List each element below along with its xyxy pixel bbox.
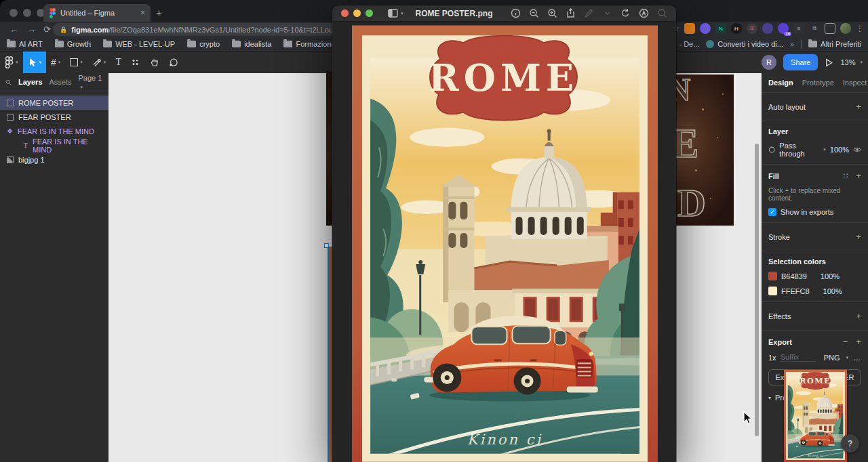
layer-row-rome-poster[interactable]: ROME POSTER: [0, 96, 108, 110]
bookmark-growth[interactable]: Growth: [55, 40, 91, 48]
forward-icon[interactable]: →: [27, 22, 36, 37]
layer-row-fear-text[interactable]: T FEAR IS IN THE MIND: [0, 138, 108, 152]
zoom-preview-icon[interactable]: [366, 9, 373, 17]
sidebar-toggle-icon[interactable]: [388, 8, 399, 19]
tab-assets[interactable]: Assets: [50, 78, 72, 86]
add-auto-layout-button[interactable]: +: [856, 102, 861, 112]
layer-row-fear-poster[interactable]: FEAR POSTER: [0, 110, 108, 124]
bookmark-web-level-up[interactable]: WEB - LEVEL-UP: [103, 40, 175, 48]
bookmark-altri-preferiti[interactable]: Altri Preferiti: [808, 40, 861, 48]
zoom-in-icon[interactable]: [547, 8, 557, 19]
share-button[interactable]: Share: [783, 54, 818, 70]
zoom-out-icon[interactable]: [528, 8, 539, 19]
help-button[interactable]: ?: [841, 434, 859, 453]
selection-color-row[interactable]: FFEFC8 100%: [768, 287, 861, 295]
markup-chevron-icon[interactable]: [601, 8, 612, 19]
tab-prototype[interactable]: Prototype: [802, 79, 834, 87]
search-icon[interactable]: [5, 79, 12, 86]
color-hex[interactable]: B64839: [781, 272, 807, 280]
preview-window[interactable]: ▾ ROME POSTER.png: [332, 5, 676, 462]
layer-row-bigjpg[interactable]: bigjpg 1: [0, 152, 108, 167]
search-icon[interactable]: [656, 8, 667, 19]
side-panel-icon[interactable]: [825, 23, 835, 34]
badge-extension-icon[interactable]: 18: [778, 23, 789, 34]
color-hex[interactable]: FFEFC8: [781, 287, 810, 295]
browser-menu-icon[interactable]: ⋮: [856, 24, 864, 33]
resources-tool[interactable]: [126, 51, 145, 73]
fill-styles-icon[interactable]: ∷: [843, 171, 848, 180]
user-avatar[interactable]: R: [762, 55, 776, 70]
bookmarks-overflow-icon[interactable]: »: [790, 40, 794, 48]
stripes-extension-icon[interactable]: ≡: [793, 23, 804, 34]
add-effect-button[interactable]: +: [856, 311, 861, 321]
teal-n-extension-icon[interactable]: N: [715, 23, 726, 34]
new-tab-button[interactable]: +: [156, 7, 162, 18]
browser-tab[interactable]: Untitled – Figma ×: [43, 4, 151, 22]
move-tool[interactable]: ▾: [23, 51, 47, 73]
text-tool[interactable]: T: [111, 51, 126, 73]
indigo-extension-icon[interactable]: [762, 23, 773, 34]
h-extension-icon[interactable]: H: [731, 23, 742, 34]
tab-design[interactable]: Design: [768, 79, 793, 87]
selection-handle[interactable]: [324, 243, 329, 248]
zoom-control[interactable]: 13%▾: [840, 58, 863, 66]
shape-tool[interactable]: ▾: [65, 51, 87, 73]
bookmark-crypto[interactable]: crypto: [187, 40, 220, 48]
preview-titlebar[interactable]: ▾ ROME POSTER.png: [332, 5, 676, 22]
window-controls[interactable]: [9, 9, 45, 17]
key-extension-icon[interactable]: ⚿: [747, 23, 757, 34]
selection-color-row[interactable]: B64839 100%: [768, 272, 861, 280]
export-format-select[interactable]: PNG: [824, 354, 840, 362]
minimize-preview-icon[interactable]: [353, 9, 361, 17]
info-icon[interactable]: [510, 8, 521, 19]
add-fill-button[interactable]: +: [856, 171, 861, 181]
back-icon[interactable]: ←: [9, 22, 18, 37]
add-export-button[interactable]: +: [856, 337, 861, 347]
bookmark-idealista[interactable]: idealista: [232, 40, 271, 48]
tab-close-icon[interactable]: ×: [140, 8, 145, 18]
profile-avatar[interactable]: [840, 23, 851, 34]
remove-export-button[interactable]: −: [843, 337, 848, 347]
color-opacity[interactable]: 100%: [821, 272, 840, 280]
add-stroke-button[interactable]: +: [856, 232, 861, 242]
export-scale[interactable]: 1x: [768, 354, 776, 362]
markup-pencil-icon[interactable]: [583, 8, 594, 19]
visibility-eye-icon[interactable]: [853, 146, 861, 153]
blend-mode-select[interactable]: Pass through: [779, 142, 817, 158]
color-swatch-b64839[interactable]: [768, 272, 777, 280]
reload-icon[interactable]: ⟳: [43, 22, 51, 37]
tab-inspect[interactable]: Inspect: [843, 79, 867, 87]
color-opacity[interactable]: 100%: [823, 287, 842, 295]
bookmark-formazione[interactable]: Formazione: [283, 40, 335, 48]
puzzle-extensions-icon[interactable]: ⧉: [809, 23, 820, 34]
layer-opacity[interactable]: 100%: [830, 146, 849, 154]
present-icon[interactable]: [825, 58, 833, 67]
purple-extension-icon[interactable]: [700, 23, 711, 34]
bookmark-de[interactable]: - De...: [679, 40, 699, 48]
page-selector[interactable]: Page 1 ▾: [79, 74, 103, 90]
show-in-exports-checkbox[interactable]: ✓: [768, 208, 776, 216]
suffix-input[interactable]: [781, 353, 816, 362]
comment-tool[interactable]: [164, 51, 183, 73]
bookmark-ai-art[interactable]: AI ART: [7, 40, 43, 48]
color-swatch-ffefc8[interactable]: [768, 287, 777, 295]
close-window-icon[interactable]: [9, 9, 18, 17]
annotate-icon[interactable]: [638, 8, 649, 19]
sidebar-chevron-icon[interactable]: ▾: [401, 11, 403, 16]
metamask-extension-icon[interactable]: [684, 23, 695, 34]
fear-poster-canvas-fragment[interactable]: N E D: [675, 75, 734, 226]
rotate-icon[interactable]: [620, 8, 631, 19]
canvas-scrollbar[interactable]: [755, 144, 759, 436]
pen-tool[interactable]: ▾: [87, 51, 111, 73]
share-icon[interactable]: [565, 8, 576, 19]
export-more-icon[interactable]: …: [853, 354, 861, 362]
hand-tool[interactable]: [145, 51, 164, 73]
figma-main-menu[interactable]: ▾: [0, 51, 23, 73]
minimize-window-icon[interactable]: [23, 9, 31, 17]
frame-tool[interactable]: #▾: [46, 51, 65, 73]
close-preview-icon[interactable]: [341, 9, 349, 17]
preview-caret-icon[interactable]: ▾: [768, 395, 771, 401]
tab-layers[interactable]: Layers: [18, 78, 42, 86]
bookmark-converti[interactable]: Converti i video di...: [706, 40, 783, 48]
layer-row-fear-component[interactable]: ❖ FEAR IS IN THE MIND: [0, 124, 108, 138]
